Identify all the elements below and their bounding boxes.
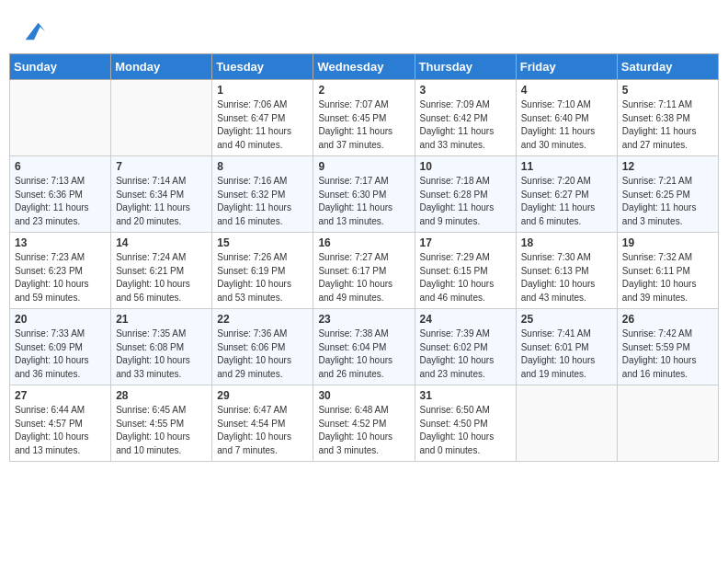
day-number: 24 xyxy=(420,313,511,326)
day-info: Sunrise: 7:39 AM Sunset: 6:02 PM Dayligh… xyxy=(420,327,511,381)
calendar-cell: 30Sunrise: 6:48 AM Sunset: 4:52 PM Dayli… xyxy=(313,385,415,462)
day-info: Sunrise: 7:32 AM Sunset: 6:11 PM Dayligh… xyxy=(622,251,713,304)
day-number: 11 xyxy=(521,160,612,173)
calendar-cell: 3Sunrise: 7:09 AM Sunset: 6:42 PM Daylig… xyxy=(415,80,516,156)
day-number: 12 xyxy=(622,160,713,173)
day-info: Sunrise: 7:42 AM Sunset: 5:59 PM Dayligh… xyxy=(622,327,713,381)
calendar-cell: 9Sunrise: 7:17 AM Sunset: 6:30 PM Daylig… xyxy=(313,156,415,233)
calendar-cell xyxy=(111,80,212,156)
day-info: Sunrise: 7:16 AM Sunset: 6:32 PM Dayligh… xyxy=(217,175,308,228)
calendar-cell: 11Sunrise: 7:20 AM Sunset: 6:27 PM Dayli… xyxy=(516,156,617,233)
calendar-cell: 15Sunrise: 7:26 AM Sunset: 6:19 PM Dayli… xyxy=(212,233,313,309)
calendar-cell: 7Sunrise: 7:14 AM Sunset: 6:34 PM Daylig… xyxy=(111,156,212,233)
day-info: Sunrise: 7:14 AM Sunset: 6:34 PM Dayligh… xyxy=(116,175,207,228)
day-info: Sunrise: 7:35 AM Sunset: 6:08 PM Dayligh… xyxy=(116,327,207,381)
day-number: 5 xyxy=(622,84,713,97)
calendar-cell xyxy=(516,385,617,462)
calendar-cell: 21Sunrise: 7:35 AM Sunset: 6:08 PM Dayli… xyxy=(111,309,212,385)
calendar-cell: 17Sunrise: 7:29 AM Sunset: 6:15 PM Dayli… xyxy=(415,233,516,309)
calendar-cell: 20Sunrise: 7:33 AM Sunset: 6:09 PM Dayli… xyxy=(10,309,111,385)
day-number: 31 xyxy=(420,389,511,402)
day-info: Sunrise: 7:26 AM Sunset: 6:19 PM Dayligh… xyxy=(217,251,308,304)
calendar-cell: 28Sunrise: 6:45 AM Sunset: 4:55 PM Dayli… xyxy=(111,385,212,462)
day-number: 30 xyxy=(318,389,409,402)
calendar-day-header: Friday xyxy=(516,54,617,80)
day-info: Sunrise: 6:45 AM Sunset: 4:55 PM Dayligh… xyxy=(116,404,207,457)
calendar-week-row: 1Sunrise: 7:06 AM Sunset: 6:47 PM Daylig… xyxy=(10,80,719,156)
calendar-cell: 27Sunrise: 6:44 AM Sunset: 4:57 PM Dayli… xyxy=(10,385,111,462)
page-header xyxy=(9,9,719,49)
day-info: Sunrise: 7:36 AM Sunset: 6:06 PM Dayligh… xyxy=(217,327,308,381)
day-info: Sunrise: 7:17 AM Sunset: 6:30 PM Dayligh… xyxy=(318,175,409,228)
calendar-cell: 2Sunrise: 7:07 AM Sunset: 6:45 PM Daylig… xyxy=(313,80,415,156)
day-number: 21 xyxy=(116,313,207,326)
day-number: 7 xyxy=(116,160,207,173)
calendar-cell: 5Sunrise: 7:11 AM Sunset: 6:38 PM Daylig… xyxy=(617,80,718,156)
day-info: Sunrise: 7:30 AM Sunset: 6:13 PM Dayligh… xyxy=(521,251,612,304)
calendar-cell: 1Sunrise: 7:06 AM Sunset: 6:47 PM Daylig… xyxy=(212,80,313,156)
day-number: 6 xyxy=(15,160,106,173)
calendar-cell xyxy=(617,385,718,462)
day-number: 27 xyxy=(15,389,106,402)
day-info: Sunrise: 7:11 AM Sunset: 6:38 PM Dayligh… xyxy=(622,98,713,152)
calendar-week-row: 27Sunrise: 6:44 AM Sunset: 4:57 PM Dayli… xyxy=(10,385,719,462)
day-info: Sunrise: 7:23 AM Sunset: 6:23 PM Dayligh… xyxy=(15,251,106,304)
calendar-cell: 25Sunrise: 7:41 AM Sunset: 6:01 PM Dayli… xyxy=(516,309,617,385)
calendar-table: SundayMondayTuesdayWednesdayThursdayFrid… xyxy=(9,53,719,462)
day-number: 20 xyxy=(15,313,106,326)
day-number: 23 xyxy=(318,313,409,326)
day-info: Sunrise: 6:47 AM Sunset: 4:54 PM Dayligh… xyxy=(217,404,308,457)
day-number: 10 xyxy=(420,160,511,173)
calendar-day-header: Wednesday xyxy=(313,54,415,80)
calendar-cell: 14Sunrise: 7:24 AM Sunset: 6:21 PM Dayli… xyxy=(111,233,212,309)
day-info: Sunrise: 6:48 AM Sunset: 4:52 PM Dayligh… xyxy=(318,404,409,457)
day-number: 15 xyxy=(217,236,308,249)
day-number: 1 xyxy=(217,84,308,97)
calendar-day-header: Thursday xyxy=(415,54,516,80)
day-number: 28 xyxy=(116,389,207,402)
day-number: 29 xyxy=(217,389,308,402)
calendar-cell: 24Sunrise: 7:39 AM Sunset: 6:02 PM Dayli… xyxy=(415,309,516,385)
calendar-cell: 6Sunrise: 7:13 AM Sunset: 6:36 PM Daylig… xyxy=(10,156,111,233)
svg-marker-0 xyxy=(26,23,45,40)
calendar-day-header: Saturday xyxy=(617,54,718,80)
calendar-cell: 16Sunrise: 7:27 AM Sunset: 6:17 PM Dayli… xyxy=(313,233,415,309)
day-info: Sunrise: 7:07 AM Sunset: 6:45 PM Dayligh… xyxy=(318,98,409,152)
calendar-cell: 19Sunrise: 7:32 AM Sunset: 6:11 PM Dayli… xyxy=(617,233,718,309)
calendar-header-row: SundayMondayTuesdayWednesdayThursdayFrid… xyxy=(10,54,719,80)
day-info: Sunrise: 6:44 AM Sunset: 4:57 PM Dayligh… xyxy=(15,404,106,457)
calendar-cell: 23Sunrise: 7:38 AM Sunset: 6:04 PM Dayli… xyxy=(313,309,415,385)
day-info: Sunrise: 7:41 AM Sunset: 6:01 PM Dayligh… xyxy=(521,327,612,381)
calendar-cell: 4Sunrise: 7:10 AM Sunset: 6:40 PM Daylig… xyxy=(516,80,617,156)
day-number: 25 xyxy=(521,313,612,326)
day-info: Sunrise: 6:50 AM Sunset: 4:50 PM Dayligh… xyxy=(420,404,511,457)
calendar-day-header: Sunday xyxy=(10,54,111,80)
day-info: Sunrise: 7:29 AM Sunset: 6:15 PM Dayligh… xyxy=(420,251,511,304)
calendar-cell: 22Sunrise: 7:36 AM Sunset: 6:06 PM Dayli… xyxy=(212,309,313,385)
day-info: Sunrise: 7:38 AM Sunset: 6:04 PM Dayligh… xyxy=(318,327,409,381)
calendar-week-row: 13Sunrise: 7:23 AM Sunset: 6:23 PM Dayli… xyxy=(10,233,719,309)
day-info: Sunrise: 7:18 AM Sunset: 6:28 PM Dayligh… xyxy=(420,175,511,228)
calendar-cell: 26Sunrise: 7:42 AM Sunset: 5:59 PM Dayli… xyxy=(617,309,718,385)
calendar-cell: 12Sunrise: 7:21 AM Sunset: 6:25 PM Dayli… xyxy=(617,156,718,233)
day-info: Sunrise: 7:21 AM Sunset: 6:25 PM Dayligh… xyxy=(622,175,713,228)
day-info: Sunrise: 7:33 AM Sunset: 6:09 PM Dayligh… xyxy=(15,327,106,381)
calendar-day-header: Tuesday xyxy=(212,54,313,80)
day-info: Sunrise: 7:10 AM Sunset: 6:40 PM Dayligh… xyxy=(521,98,612,152)
calendar-cell: 8Sunrise: 7:16 AM Sunset: 6:32 PM Daylig… xyxy=(212,156,313,233)
calendar-day-header: Monday xyxy=(111,54,212,80)
day-number: 22 xyxy=(217,313,308,326)
day-info: Sunrise: 7:24 AM Sunset: 6:21 PM Dayligh… xyxy=(116,251,207,304)
day-number: 17 xyxy=(420,236,511,249)
day-info: Sunrise: 7:09 AM Sunset: 6:42 PM Dayligh… xyxy=(420,98,511,152)
day-number: 3 xyxy=(420,84,511,97)
day-number: 13 xyxy=(15,236,106,249)
calendar-week-row: 6Sunrise: 7:13 AM Sunset: 6:36 PM Daylig… xyxy=(10,156,719,233)
day-number: 14 xyxy=(116,236,207,249)
logo-icon xyxy=(21,18,47,44)
day-number: 18 xyxy=(521,236,612,249)
day-number: 26 xyxy=(622,313,713,326)
day-number: 4 xyxy=(521,84,612,97)
calendar-cell: 13Sunrise: 7:23 AM Sunset: 6:23 PM Dayli… xyxy=(10,233,111,309)
day-number: 16 xyxy=(318,236,409,249)
